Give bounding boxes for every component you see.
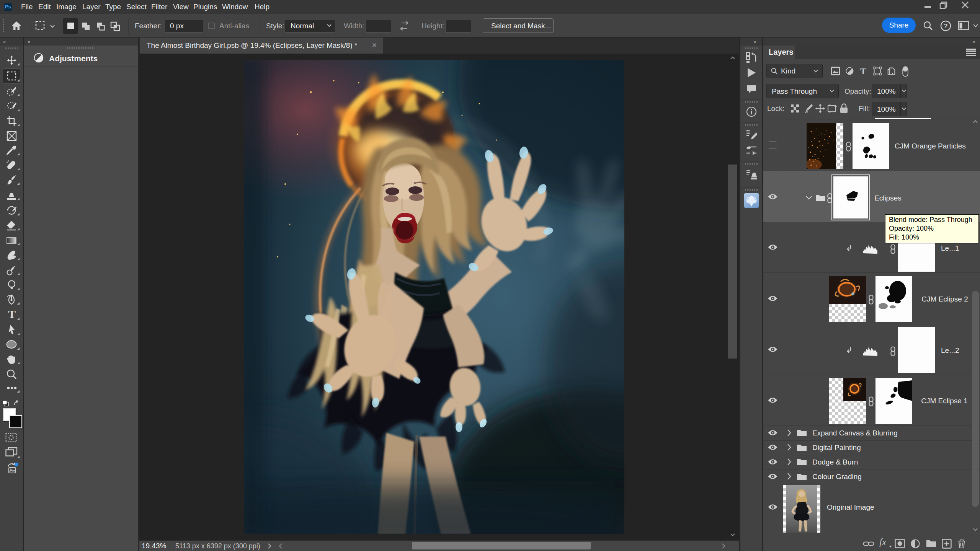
svg-text:?: ? (944, 23, 947, 30)
